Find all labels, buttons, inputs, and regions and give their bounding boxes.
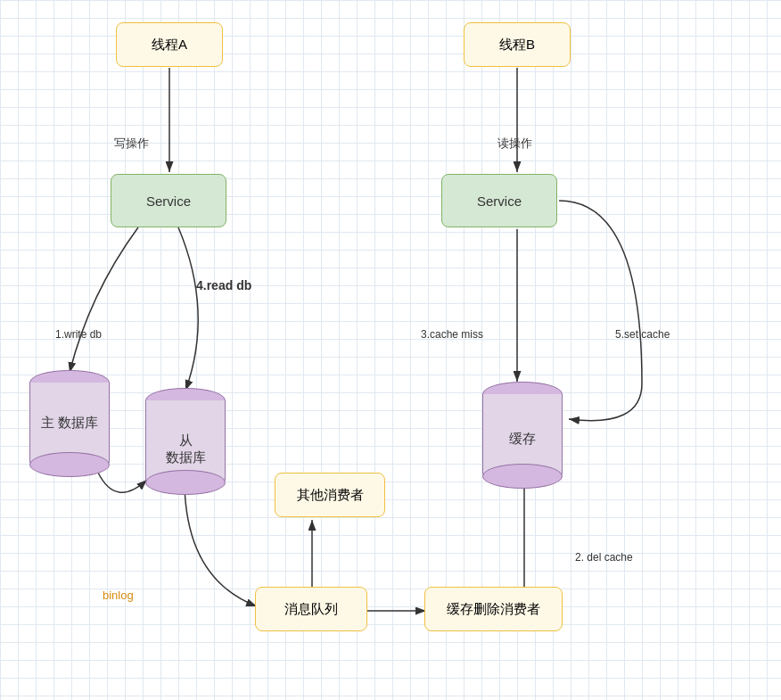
master-db-cylinder: 主 数据库 [25,370,114,477]
message-queue-label: 消息队列 [284,601,338,618]
thread-a-node: 线程A [116,22,223,67]
service-b-label: Service [477,194,522,209]
write-db-label: 1.write db [55,328,102,341]
slave-db-cylinder: 从数据库 [141,388,230,495]
cache-cylinder: 缓存 [478,382,567,489]
read-db-label: 4.read db [196,278,251,292]
service-a-label: Service [146,194,191,209]
master-db-label: 主 数据库 [25,415,114,432]
set-cache-label: 5.set cache [615,328,670,341]
read-op-label: 读操作 [497,136,532,152]
cache-delete-consumer-label: 缓存删除消费者 [447,601,540,618]
other-consumer-node: 其他消费者 [275,473,385,517]
cache-label: 缓存 [478,431,567,448]
thread-b-label: 线程B [499,37,535,54]
other-consumer-label: 其他消费者 [297,487,364,504]
cache-delete-consumer-node: 缓存删除消费者 [424,587,563,631]
write-op-label: 写操作 [114,136,149,152]
slave-db-label: 从数据库 [141,432,230,466]
binlog-label: binlog [103,589,134,602]
service-b-node: Service [441,174,557,227]
service-a-node: Service [111,174,226,227]
thread-a-label: 线程A [152,37,187,54]
message-queue-node: 消息队列 [255,587,367,631]
diagram-canvas: 线程A 线程B Service Service 主 数据库 从数据库 [0,0,781,700]
thread-b-node: 线程B [464,22,571,67]
cache-miss-label: 3.cache miss [421,328,483,341]
del-cache-label: 2. del cache [575,551,633,564]
